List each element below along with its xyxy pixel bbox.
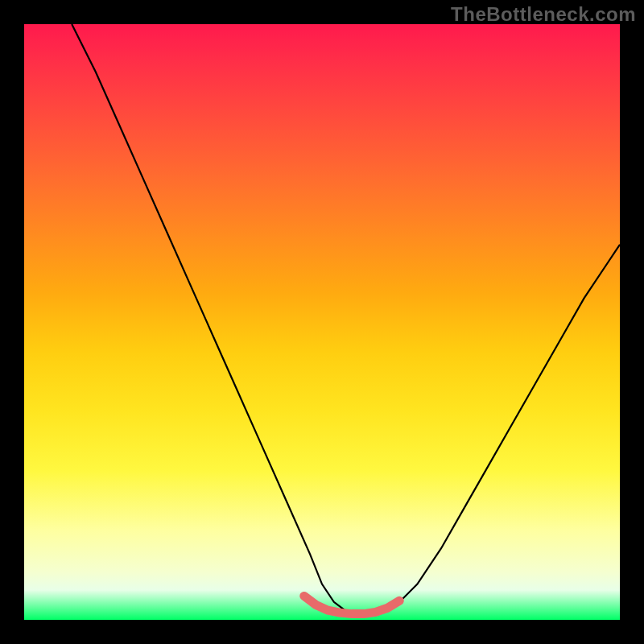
plot-area: [24, 24, 620, 620]
chart-container: TheBottleneck.com: [0, 0, 644, 644]
chart-svg: [24, 24, 620, 620]
watermark-text: TheBottleneck.com: [451, 5, 636, 24]
highlight-region: [304, 596, 399, 613]
bottleneck-curve: [72, 24, 620, 614]
